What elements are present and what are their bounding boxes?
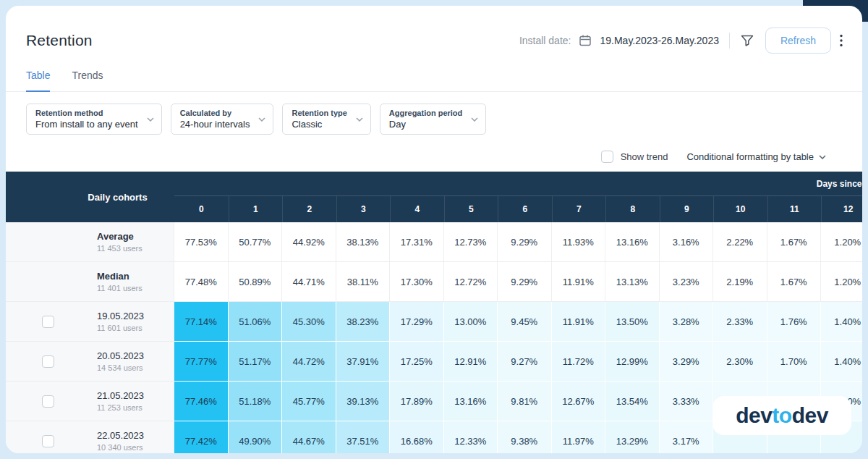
day-column-header: 9 — [660, 196, 714, 222]
retention-value-cell: 45.77% — [282, 382, 336, 421]
cohort-name: 21.05.2023 — [97, 390, 174, 401]
retention-value-cell: 12.67% — [552, 382, 606, 421]
conditional-formatting-dropdown[interactable]: Conditional formatting by table — [686, 151, 826, 162]
funnel-filter-icon[interactable] — [740, 33, 754, 48]
filter-retention-type[interactable]: Retention typeClassic — [282, 104, 370, 135]
tab-trends[interactable]: Trends — [72, 70, 103, 91]
cohort-name: Median — [97, 271, 174, 282]
table-header: Daily cohortsDays since0123456789101112 — [6, 172, 862, 222]
retention-value-cell: 11.91% — [552, 262, 606, 302]
devtodev-logo: devtodev — [712, 396, 851, 435]
retention-value-cell: 50.89% — [229, 262, 283, 302]
cohort-users-count: 11 453 users — [97, 244, 174, 253]
filter-label: Aggregation period — [389, 109, 462, 117]
retention-value-cell: 13.16% — [605, 222, 660, 262]
logo-text-segment: dev — [736, 403, 772, 428]
row-checkbox[interactable] — [42, 355, 54, 368]
retention-value-cell: 44.72% — [282, 342, 336, 382]
filter-value: From install to any event — [35, 119, 138, 130]
row-checkbox[interactable] — [42, 316, 54, 328]
retention-value-cell: 3.28% — [660, 302, 714, 342]
day-column-header: 3 — [336, 196, 391, 222]
retention-value-cell: 77.53% — [174, 222, 229, 262]
retention-value-cell: 2.33% — [713, 302, 767, 342]
retention-value-cell: 1.20% — [821, 262, 862, 302]
retention-value-cell: 12.99% — [605, 342, 660, 382]
table-controls: Show trend Conditional formatting by tab… — [6, 142, 862, 172]
show-trend-label: Show trend — [621, 151, 668, 162]
retention-value-cell: 11.72% — [552, 342, 606, 382]
retention-value-cell: 51.18% — [229, 382, 283, 421]
retention-value-cell: 37.91% — [336, 342, 391, 382]
tab-table[interactable]: Table — [26, 70, 50, 92]
retention-value-cell: 11.97% — [552, 421, 606, 453]
cohort-name: 19.05.2023 — [97, 311, 174, 321]
show-trend-checkbox[interactable] — [601, 151, 613, 163]
retention-value-cell: 77.77% — [174, 342, 229, 382]
header-corner-cell — [6, 172, 61, 222]
retention-value-cell: 51.17% — [229, 342, 283, 382]
retention-value-cell: 3.23% — [660, 262, 714, 302]
row-checkbox-cell — [6, 342, 61, 382]
retention-value-cell: 77.48% — [174, 262, 229, 302]
retention-value-cell: 9.29% — [498, 222, 552, 262]
header-divider — [729, 33, 730, 49]
day-column-header: 12 — [821, 196, 862, 222]
retention-value-cell: 2.22% — [713, 222, 767, 262]
card-header: Retention Install date: 19.May.2023-26.M… — [6, 6, 862, 54]
retention-card: Retention Install date: 19.May.2023-26.M… — [6, 6, 862, 453]
calendar-icon[interactable] — [579, 34, 592, 47]
logo-text-segment: dev — [792, 403, 828, 428]
retention-value-cell: 3.29% — [660, 342, 714, 382]
cohort-cell: Average11 453 users — [61, 222, 174, 262]
retention-value-cell: 1.40% — [821, 302, 862, 342]
retention-value-cell: 3.17% — [660, 421, 714, 453]
cohort-users-count: 11 401 users — [97, 284, 174, 292]
row-checkbox[interactable] — [42, 395, 54, 408]
retention-value-cell: 77.46% — [174, 382, 229, 421]
conditional-formatting-label: Conditional formatting by table — [686, 151, 814, 162]
retention-value-cell: 38.11% — [336, 262, 391, 302]
retention-value-cell: 17.89% — [390, 382, 444, 421]
chevron-down-icon — [819, 155, 826, 159]
cohort-users-count: 11 601 users — [97, 324, 174, 332]
retention-value-cell: 2.19% — [713, 262, 767, 302]
filter-value: Day — [389, 119, 462, 130]
filter-retention-method[interactable]: Retention methodFrom install to any even… — [26, 104, 162, 135]
filter-aggregation-period[interactable]: Aggregation periodDay — [380, 104, 486, 135]
chevron-down-icon — [471, 117, 478, 122]
install-date-value[interactable]: 19.May.2023-26.May.2023 — [600, 35, 718, 46]
retention-value-cell: 13.54% — [605, 382, 660, 421]
retention-value-cell: 9.45% — [498, 302, 552, 342]
retention-value-cell: 38.23% — [336, 302, 391, 342]
day-column-header: 2 — [282, 196, 336, 222]
kebab-menu-icon[interactable] — [839, 33, 843, 48]
day-column-header: 7 — [552, 196, 606, 222]
retention-value-cell: 12.73% — [444, 222, 498, 262]
install-date-label: Install date: — [519, 35, 571, 46]
header-controls: Install date: 19.May.2023-26.May.2023 Re… — [519, 28, 843, 54]
day-column-header: 1 — [229, 196, 283, 222]
cohort-cell: 22.05.202310 340 users — [61, 421, 174, 453]
tabs-bar: TableTrends — [6, 54, 862, 92]
retention-value-cell: 39.13% — [336, 382, 391, 421]
retention-value-cell: 3.33% — [660, 382, 714, 421]
cohort-users-count: 10 340 users — [97, 443, 174, 452]
cohort-name: 22.05.2023 — [97, 430, 174, 441]
refresh-button[interactable]: Refresh — [765, 28, 831, 54]
retention-value-cell: 45.30% — [282, 302, 336, 342]
filter-calculated-by[interactable]: Calculated by24-hour intervals — [171, 104, 274, 135]
retention-value-cell: 17.29% — [390, 302, 444, 342]
retention-value-cell: 16.68% — [390, 421, 444, 453]
retention-value-cell: 1.70% — [767, 342, 822, 382]
day-column-header: 11 — [767, 196, 822, 222]
logo-text-segment: to — [772, 403, 791, 428]
cohort-users-count: 14 534 users — [97, 363, 174, 372]
retention-value-cell: 17.31% — [390, 222, 444, 262]
retention-value-cell: 50.77% — [229, 222, 283, 262]
filters-bar: Retention methodFrom install to any even… — [6, 92, 862, 142]
retention-value-cell: 51.06% — [229, 302, 283, 342]
row-checkbox[interactable] — [42, 435, 54, 447]
table-row: Average11 453 users77.53%50.77%44.92%38.… — [6, 222, 862, 262]
cohort-cell: 19.05.202311 601 users — [61, 302, 174, 342]
